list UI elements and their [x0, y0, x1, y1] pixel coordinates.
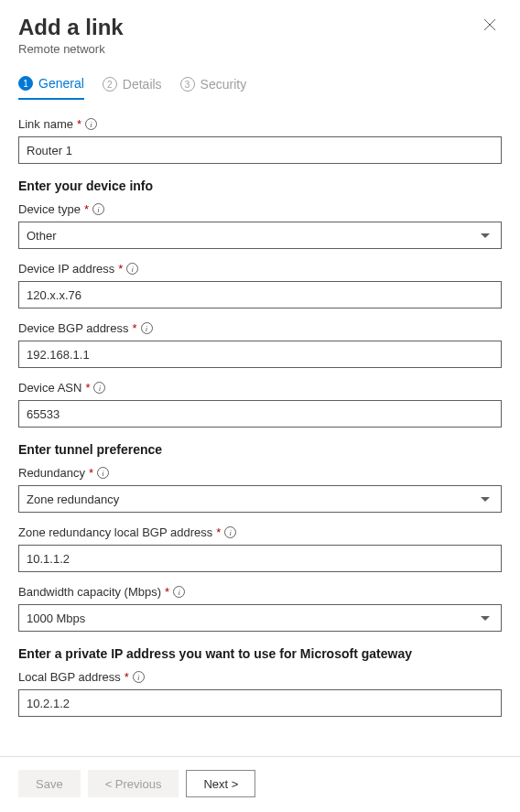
select-value: Zone redundancy: [27, 493, 119, 506]
info-icon[interactable]: i: [173, 586, 185, 598]
required-marker: *: [89, 466, 93, 480]
zone-bgp-input[interactable]: [18, 545, 502, 572]
tab-general[interactable]: 1 General: [18, 76, 84, 100]
select-value: Other: [27, 229, 57, 243]
info-icon[interactable]: i: [97, 467, 109, 479]
field-label: Device BGP address: [18, 321, 128, 335]
previous-button[interactable]: < Previous: [88, 770, 179, 797]
next-button[interactable]: Next >: [186, 770, 255, 797]
required-marker: *: [118, 262, 123, 276]
tab-number: 1: [18, 76, 33, 91]
info-icon[interactable]: i: [92, 203, 104, 215]
field-label: Bandwidth capacity (Mbps): [18, 585, 161, 599]
section-device-info: Enter your device info: [18, 179, 502, 193]
chevron-down-icon: [481, 616, 490, 621]
required-marker: *: [125, 670, 129, 684]
section-tunnel-pref: Enter tunnel preference: [18, 442, 502, 457]
field-label: Local BGP address: [18, 670, 121, 684]
required-marker: *: [85, 381, 90, 395]
required-marker: *: [84, 202, 89, 216]
chevron-down-icon: [481, 497, 490, 502]
section-private-ip: Enter a private IP address you want to u…: [18, 646, 502, 661]
redundancy-select[interactable]: Zone redundancy: [18, 485, 502, 513]
tab-label: Security: [200, 77, 247, 92]
info-icon[interactable]: i: [133, 671, 145, 683]
required-marker: *: [77, 117, 81, 131]
info-icon[interactable]: i: [93, 382, 105, 394]
tab-security[interactable]: 3 Security: [180, 76, 247, 100]
info-icon[interactable]: i: [141, 322, 153, 334]
required-marker: *: [165, 585, 169, 599]
tab-number: 3: [180, 77, 195, 92]
device-ip-input[interactable]: [18, 281, 502, 309]
tabs: 1 General 2 Details 3 Security: [18, 76, 502, 101]
device-asn-input[interactable]: [18, 400, 502, 428]
required-marker: *: [132, 321, 136, 335]
device-type-select[interactable]: Other: [18, 222, 502, 249]
page-subtitle: Remote network: [18, 42, 124, 56]
close-icon[interactable]: [478, 15, 502, 38]
select-value: 1000 Mbps: [27, 612, 85, 625]
field-label: Zone redundancy local BGP address: [18, 525, 212, 539]
field-label: Device type: [18, 202, 81, 216]
tab-label: General: [38, 76, 84, 91]
device-bgp-input[interactable]: [18, 341, 502, 368]
save-button[interactable]: Save: [18, 770, 81, 797]
chevron-down-icon: [481, 233, 490, 238]
bandwidth-select[interactable]: 1000 Mbps: [18, 604, 502, 632]
field-label: Device IP address: [18, 262, 114, 276]
local-bgp-input[interactable]: [18, 689, 502, 717]
tab-details[interactable]: 2 Details: [103, 76, 162, 100]
field-label: Device ASN: [18, 381, 81, 395]
footer: Save < Previous Next >: [0, 757, 520, 812]
info-icon[interactable]: i: [85, 118, 97, 130]
link-name-input[interactable]: [18, 136, 502, 164]
info-icon[interactable]: i: [126, 263, 138, 275]
tab-number: 2: [103, 77, 117, 92]
page-title: Add a link: [18, 15, 124, 40]
tab-label: Details: [123, 77, 162, 92]
field-label: Link name: [18, 117, 73, 131]
field-label: Redundancy: [18, 466, 85, 480]
info-icon[interactable]: i: [224, 526, 236, 538]
required-marker: *: [216, 525, 221, 539]
